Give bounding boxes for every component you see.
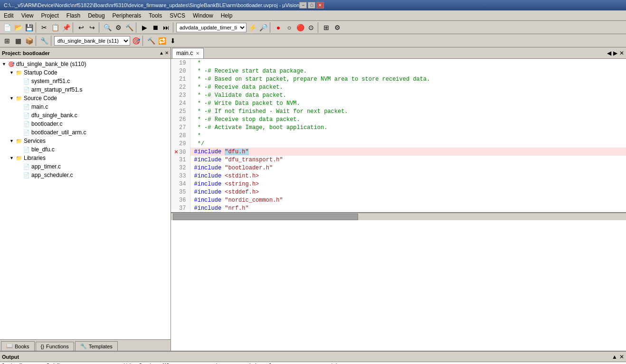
tree-item-bootloader[interactable]: 📄bootloader.c [0,120,171,128]
tb-btn-13[interactable]: ⊞ [321,22,332,33]
tb2-btn-1[interactable]: ⊞ [2,36,12,46]
tree-arrow-libraries[interactable]: ▼ [9,156,15,160]
tree-arrow-services[interactable]: ▼ [9,139,15,143]
menu-item-edit[interactable]: Edit [0,11,18,20]
menu-item-debug[interactable]: Debug [84,11,108,20]
tab-close-button[interactable]: ✕ [196,51,199,56]
tb-btn-11[interactable]: 🔴 [295,22,305,33]
code-line-27: 27 * -# Activate Image, boot application… [171,123,626,131]
tree-item-main[interactable]: 📄main.c [0,103,171,111]
project-tree[interactable]: ▼🎯dfu_single_bank_ble (s110)▼📁Startup Co… [0,59,171,339]
menu-item-project[interactable]: Project [37,11,62,20]
target-selector[interactable]: dfu_single_bank_ble (s11) [54,36,130,46]
paste-button[interactable]: 📌 [61,22,71,33]
tree-item-startup[interactable]: ▼📁Startup Code [0,68,171,77]
tb-btn-4[interactable]: ▶ [139,22,150,33]
tree-icon-root: 🎯 [8,61,15,67]
code-content-26: * -# Receive stop data packet. [190,115,626,123]
output-close-icon[interactable]: ✕ [619,354,624,360]
tree-item-arm_startup[interactable]: 📄arm_startup_nrf51.s [0,85,171,94]
line-number-30: ✕30 [171,148,190,156]
nav-back-icon[interactable]: ◀ [607,50,611,56]
new-file-button[interactable]: 📄 [2,22,12,33]
bottom-tab-2[interactable]: 🔧Templates [75,341,118,351]
menu-item-flash[interactable]: Flash [63,11,84,20]
tb-btn-3[interactable]: 🔨 [124,22,134,33]
tree-icon-main: 📄 [23,103,30,110]
code-editor[interactable]: 19 *20 * -# Receive start data package.2… [171,59,626,351]
tb-btn-7[interactable]: ⚡ [247,22,257,33]
tab-icon-2: 🔧 [80,343,87,349]
menu-item-view[interactable]: View [18,11,38,20]
tree-item-libraries[interactable]: ▼📁Libraries [0,154,171,162]
undo-button[interactable]: ↩ [76,22,86,33]
tree-arrow-source[interactable]: ▼ [9,96,15,101]
code-line-30: ✕30#include "dfu.h" [171,148,626,156]
minimize-button[interactable]: − [299,2,307,9]
tree-item-dfu_single[interactable]: 📄dfu_single_bank.c [0,111,171,120]
cut-button[interactable]: ✂ [39,22,49,33]
horizontal-scrollbar[interactable] [171,212,626,220]
bottom-tab-1[interactable]: {}Functions [36,342,74,351]
tb2-btn-2[interactable]: ▦ [13,36,23,46]
target-options-button[interactable]: 🎯 [131,36,141,46]
string-highlighted: "dfu.h" [225,149,248,155]
menu-item-svcs[interactable]: SVCS [166,11,189,20]
tree-arrow-startup[interactable]: ▼ [9,70,15,75]
tb-btn-9[interactable]: ● [273,22,284,33]
tb-btn-6[interactable]: ⏭ [161,22,171,33]
copy-button[interactable]: 📋 [50,22,60,33]
tree-icon-startup: 📁 [15,69,23,76]
project-panel: Project: bootloader ▲ ✕ ▼🎯dfu_single_ban… [0,47,171,351]
tree-arrow-root[interactable]: ▼ [2,62,8,66]
tb-btn-10[interactable]: ○ [284,22,294,33]
tree-item-app_scheduler[interactable]: 📄app_scheduler.c [0,171,171,179]
menu-item-tools[interactable]: Tools [145,11,166,20]
panel-expand-button[interactable]: ▲ [159,50,164,56]
tree-item-services[interactable]: ▼📁Services [0,137,171,145]
output-header: Output ▲ ✕ [0,352,626,362]
keyword-include: #include [194,165,225,171]
titlebar: C:\..._v5\ARM\Device\Nordic\nrf51822\Boa… [0,0,626,10]
tree-item-source[interactable]: ▼📁Source Code [0,94,171,103]
code-line-29: 29 */ [171,140,626,148]
maximize-button[interactable]: □ [308,2,315,9]
bottom-tab-0[interactable]: 📖Books [1,341,35,351]
tb2-btn-3[interactable]: 📦 [24,36,34,46]
tree-icon-bootloader: 📄 [23,121,30,127]
open-button[interactable]: 📂 [13,22,23,33]
code-text-20: * -# Receive start data package. [194,68,307,75]
tb-btn-1[interactable]: 🔍 [102,22,113,33]
sep1 [36,22,38,33]
tree-item-app_timer[interactable]: 📄app_timer.c [0,162,171,171]
tree-item-ble_dfu[interactable]: 📄ble_dfu.c [0,145,171,154]
output-expand-icon[interactable]: ▲ [612,354,617,360]
code-content-34: #include <string.h> [190,180,626,188]
tree-label-ble_dfu: ble_dfu.c [31,146,55,153]
tb2-btn-4[interactable]: 🔧 [39,36,49,46]
nav-forward-icon[interactable]: ▶ [613,50,617,56]
close-button[interactable]: ✕ [316,2,324,9]
build-button[interactable]: 🔨 [146,36,156,46]
function-selector[interactable]: advdata_update_timer_ti [176,23,247,32]
tb-btn-14[interactable]: ⚙ [332,22,342,33]
tb-btn-5[interactable]: ⏹ [150,22,161,33]
tb-btn-2[interactable]: ⚙ [113,22,123,33]
tab-main-c[interactable]: main.c ✕ [172,48,204,58]
tb-btn-8[interactable]: 🔎 [258,22,268,33]
menu-item-help[interactable]: Help [217,11,237,20]
save-button[interactable]: 💾 [24,22,34,33]
tree-item-bootloader_util[interactable]: 📄bootloader_util_arm.c [0,128,171,137]
tb-btn-12[interactable]: ⊙ [306,22,316,33]
close-all-icon[interactable]: ✕ [619,50,624,56]
menu-item-peripherals[interactable]: Peripherals [109,11,145,20]
tree-item-system[interactable]: 📄system_nrf51.c [0,77,171,85]
tree-item-root[interactable]: ▼🎯dfu_single_bank_ble (s110) [0,60,171,68]
code-line-35: 35#include <stddef.h> [171,188,626,196]
download-button[interactable]: ⬇ [168,36,178,46]
rebuild-button[interactable]: 🔁 [157,36,167,46]
redo-button[interactable]: ↪ [87,22,97,33]
panel-close-button[interactable]: ✕ [165,50,169,56]
code-line-25: 25 * -# If not finished - Wait for next … [171,107,626,115]
menu-item-window[interactable]: Window [189,11,217,20]
